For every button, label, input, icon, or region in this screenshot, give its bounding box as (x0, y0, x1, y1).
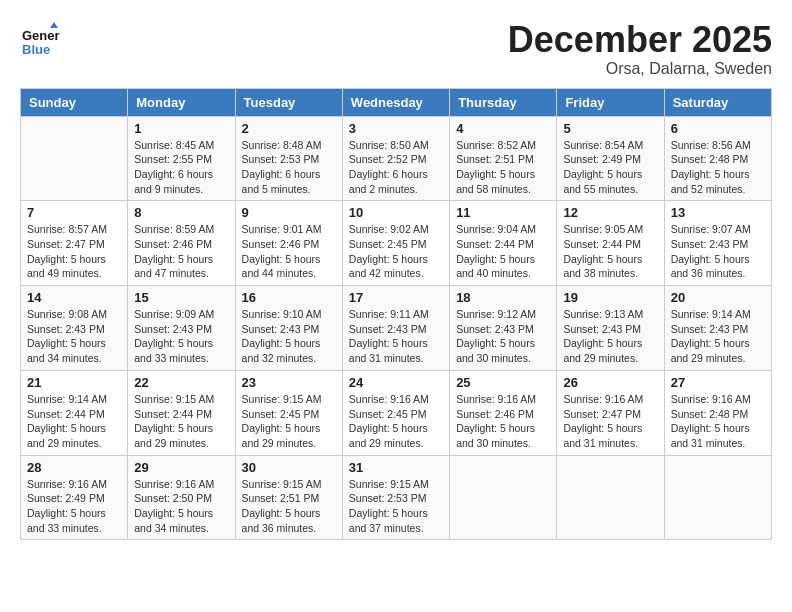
logo-icon: General Blue (20, 20, 60, 60)
day-number: 15 (134, 290, 228, 305)
calendar-cell: 16Sunrise: 9:10 AM Sunset: 2:43 PM Dayli… (235, 286, 342, 371)
weekday-saturday: Saturday (664, 88, 771, 116)
calendar-cell: 9Sunrise: 9:01 AM Sunset: 2:46 PM Daylig… (235, 201, 342, 286)
day-info: Sunrise: 8:54 AM Sunset: 2:49 PM Dayligh… (563, 138, 657, 197)
day-info: Sunrise: 8:56 AM Sunset: 2:48 PM Dayligh… (671, 138, 765, 197)
day-info: Sunrise: 9:12 AM Sunset: 2:43 PM Dayligh… (456, 307, 550, 366)
day-number: 28 (27, 460, 121, 475)
day-number: 27 (671, 375, 765, 390)
calendar-cell: 8Sunrise: 8:59 AM Sunset: 2:46 PM Daylig… (128, 201, 235, 286)
week-row-4: 21Sunrise: 9:14 AM Sunset: 2:44 PM Dayli… (21, 370, 772, 455)
calendar-cell: 12Sunrise: 9:05 AM Sunset: 2:44 PM Dayli… (557, 201, 664, 286)
calendar-cell: 7Sunrise: 8:57 AM Sunset: 2:47 PM Daylig… (21, 201, 128, 286)
day-info: Sunrise: 8:52 AM Sunset: 2:51 PM Dayligh… (456, 138, 550, 197)
day-number: 16 (242, 290, 336, 305)
day-number: 19 (563, 290, 657, 305)
calendar-cell: 6Sunrise: 8:56 AM Sunset: 2:48 PM Daylig… (664, 116, 771, 201)
day-number: 13 (671, 205, 765, 220)
day-info: Sunrise: 9:16 AM Sunset: 2:46 PM Dayligh… (456, 392, 550, 451)
calendar-table: SundayMondayTuesdayWednesdayThursdayFrid… (20, 88, 772, 541)
day-info: Sunrise: 9:10 AM Sunset: 2:43 PM Dayligh… (242, 307, 336, 366)
month-title: December 2025 (508, 20, 772, 60)
day-number: 14 (27, 290, 121, 305)
day-number: 1 (134, 121, 228, 136)
calendar-cell: 22Sunrise: 9:15 AM Sunset: 2:44 PM Dayli… (128, 370, 235, 455)
calendar-cell: 23Sunrise: 9:15 AM Sunset: 2:45 PM Dayli… (235, 370, 342, 455)
day-info: Sunrise: 9:14 AM Sunset: 2:43 PM Dayligh… (671, 307, 765, 366)
day-number: 23 (242, 375, 336, 390)
day-number: 24 (349, 375, 443, 390)
week-row-5: 28Sunrise: 9:16 AM Sunset: 2:49 PM Dayli… (21, 455, 772, 540)
day-info: Sunrise: 9:16 AM Sunset: 2:50 PM Dayligh… (134, 477, 228, 536)
calendar-cell: 25Sunrise: 9:16 AM Sunset: 2:46 PM Dayli… (450, 370, 557, 455)
day-number: 3 (349, 121, 443, 136)
calendar-cell: 24Sunrise: 9:16 AM Sunset: 2:45 PM Dayli… (342, 370, 449, 455)
day-info: Sunrise: 9:16 AM Sunset: 2:49 PM Dayligh… (27, 477, 121, 536)
calendar-cell: 29Sunrise: 9:16 AM Sunset: 2:50 PM Dayli… (128, 455, 235, 540)
day-info: Sunrise: 8:50 AM Sunset: 2:52 PM Dayligh… (349, 138, 443, 197)
day-info: Sunrise: 9:14 AM Sunset: 2:44 PM Dayligh… (27, 392, 121, 451)
weekday-friday: Friday (557, 88, 664, 116)
weekday-monday: Monday (128, 88, 235, 116)
calendar-cell: 3Sunrise: 8:50 AM Sunset: 2:52 PM Daylig… (342, 116, 449, 201)
weekday-sunday: Sunday (21, 88, 128, 116)
calendar-cell (21, 116, 128, 201)
day-number: 21 (27, 375, 121, 390)
day-info: Sunrise: 9:02 AM Sunset: 2:45 PM Dayligh… (349, 222, 443, 281)
calendar-cell: 30Sunrise: 9:15 AM Sunset: 2:51 PM Dayli… (235, 455, 342, 540)
day-info: Sunrise: 9:16 AM Sunset: 2:45 PM Dayligh… (349, 392, 443, 451)
day-info: Sunrise: 9:16 AM Sunset: 2:48 PM Dayligh… (671, 392, 765, 451)
svg-text:Blue: Blue (22, 42, 50, 57)
day-number: 11 (456, 205, 550, 220)
calendar-cell (664, 455, 771, 540)
calendar-cell: 13Sunrise: 9:07 AM Sunset: 2:43 PM Dayli… (664, 201, 771, 286)
day-number: 10 (349, 205, 443, 220)
day-info: Sunrise: 9:09 AM Sunset: 2:43 PM Dayligh… (134, 307, 228, 366)
calendar-cell: 17Sunrise: 9:11 AM Sunset: 2:43 PM Dayli… (342, 286, 449, 371)
day-number: 17 (349, 290, 443, 305)
calendar-cell: 26Sunrise: 9:16 AM Sunset: 2:47 PM Dayli… (557, 370, 664, 455)
calendar-cell: 1Sunrise: 8:45 AM Sunset: 2:55 PM Daylig… (128, 116, 235, 201)
day-number: 2 (242, 121, 336, 136)
calendar-cell: 5Sunrise: 8:54 AM Sunset: 2:49 PM Daylig… (557, 116, 664, 201)
day-number: 8 (134, 205, 228, 220)
calendar-cell: 28Sunrise: 9:16 AM Sunset: 2:49 PM Dayli… (21, 455, 128, 540)
day-number: 30 (242, 460, 336, 475)
page-header: General Blue December 2025 Orsa, Dalarna… (20, 20, 772, 78)
day-info: Sunrise: 9:15 AM Sunset: 2:44 PM Dayligh… (134, 392, 228, 451)
week-row-3: 14Sunrise: 9:08 AM Sunset: 2:43 PM Dayli… (21, 286, 772, 371)
day-number: 7 (27, 205, 121, 220)
svg-marker-2 (50, 22, 58, 28)
calendar-body: 1Sunrise: 8:45 AM Sunset: 2:55 PM Daylig… (21, 116, 772, 540)
location: Orsa, Dalarna, Sweden (508, 60, 772, 78)
calendar-cell: 2Sunrise: 8:48 AM Sunset: 2:53 PM Daylig… (235, 116, 342, 201)
day-info: Sunrise: 8:59 AM Sunset: 2:46 PM Dayligh… (134, 222, 228, 281)
day-info: Sunrise: 9:07 AM Sunset: 2:43 PM Dayligh… (671, 222, 765, 281)
week-row-1: 1Sunrise: 8:45 AM Sunset: 2:55 PM Daylig… (21, 116, 772, 201)
day-number: 12 (563, 205, 657, 220)
day-number: 25 (456, 375, 550, 390)
weekday-tuesday: Tuesday (235, 88, 342, 116)
day-info: Sunrise: 9:15 AM Sunset: 2:53 PM Dayligh… (349, 477, 443, 536)
calendar-cell: 15Sunrise: 9:09 AM Sunset: 2:43 PM Dayli… (128, 286, 235, 371)
day-info: Sunrise: 9:05 AM Sunset: 2:44 PM Dayligh… (563, 222, 657, 281)
weekday-header-row: SundayMondayTuesdayWednesdayThursdayFrid… (21, 88, 772, 116)
day-info: Sunrise: 8:48 AM Sunset: 2:53 PM Dayligh… (242, 138, 336, 197)
calendar-cell: 4Sunrise: 8:52 AM Sunset: 2:51 PM Daylig… (450, 116, 557, 201)
day-info: Sunrise: 9:15 AM Sunset: 2:45 PM Dayligh… (242, 392, 336, 451)
svg-text:General: General (22, 28, 60, 43)
day-number: 18 (456, 290, 550, 305)
calendar-cell: 14Sunrise: 9:08 AM Sunset: 2:43 PM Dayli… (21, 286, 128, 371)
day-info: Sunrise: 9:15 AM Sunset: 2:51 PM Dayligh… (242, 477, 336, 536)
calendar-cell: 21Sunrise: 9:14 AM Sunset: 2:44 PM Dayli… (21, 370, 128, 455)
calendar-cell: 10Sunrise: 9:02 AM Sunset: 2:45 PM Dayli… (342, 201, 449, 286)
day-number: 26 (563, 375, 657, 390)
day-info: Sunrise: 8:57 AM Sunset: 2:47 PM Dayligh… (27, 222, 121, 281)
calendar-cell: 11Sunrise: 9:04 AM Sunset: 2:44 PM Dayli… (450, 201, 557, 286)
calendar-cell: 27Sunrise: 9:16 AM Sunset: 2:48 PM Dayli… (664, 370, 771, 455)
day-info: Sunrise: 9:16 AM Sunset: 2:47 PM Dayligh… (563, 392, 657, 451)
day-number: 31 (349, 460, 443, 475)
week-row-2: 7Sunrise: 8:57 AM Sunset: 2:47 PM Daylig… (21, 201, 772, 286)
day-number: 20 (671, 290, 765, 305)
day-number: 4 (456, 121, 550, 136)
